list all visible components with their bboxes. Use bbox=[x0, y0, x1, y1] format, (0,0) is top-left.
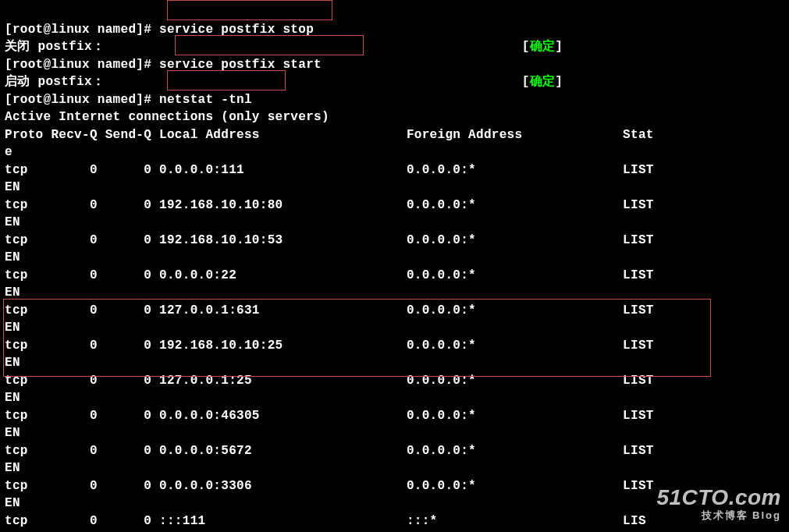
watermark: 51CTO.com 技术博客 Blog bbox=[656, 489, 781, 524]
terminal-output: [root@linux named]# service postfix stop… bbox=[0, 0, 789, 532]
watermark-big: 51CTO.com bbox=[656, 489, 781, 507]
